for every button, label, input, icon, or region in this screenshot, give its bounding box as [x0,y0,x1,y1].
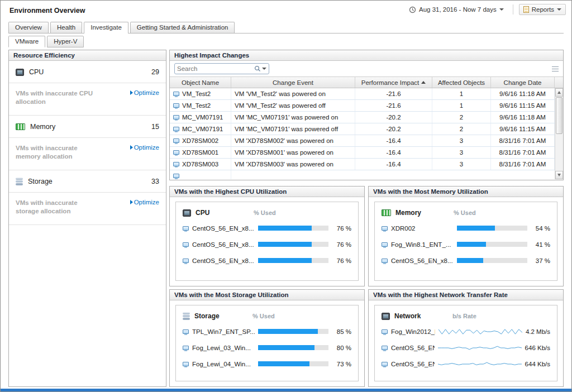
time-range-selector[interactable]: Aug 31, 2016 - Now 7 days [406,4,507,15]
search-options-chevron-icon[interactable] [262,68,266,70]
vm-name: Fog_Win2012_R2_... [391,328,435,335]
vm-utilization-row[interactable]: XDR002 54 % [382,220,550,236]
optimize-cpu-label: Optimize [134,89,159,96]
tab-overview[interactable]: Overview [8,22,49,33]
utilization-bar-fill [258,242,312,247]
table-row[interactable]: MC_VM07191 VM 'MC_VM07191' was powered o… [170,123,563,135]
vm-utilization-row[interactable]: CentOS_56_EN_x8... 76 % [183,220,351,236]
change-date: 8/31/16 7:01 AM [499,161,546,168]
memory-metric-row[interactable]: Memory 15 [9,116,166,138]
storage-utilization-title: VMs with the Most Storage Utilization [170,290,364,300]
performance-impact: -16.4 [386,137,401,144]
vm-utilization-row[interactable]: CentOS_56_EN_x8... 76 % [183,252,351,269]
vm-utilization-row[interactable]: Fog_Lewi_03_Win... 80 % [183,340,351,356]
performance-impact: -16.4 [386,149,401,156]
vm-icon [183,346,189,350]
percent-used-label: % Used [454,209,476,216]
performance-impact-cell: -16.4 [355,159,432,170]
vertical-scrollbar[interactable] [555,88,563,179]
table-row[interactable]: VM_Test2 VM 'VM_Test2' was powered off -… [170,100,563,112]
vm-icon [173,174,179,178]
vm-network-row[interactable]: Fog_Win2012_R2_... 4.2 Mb/s [382,323,550,340]
vm-network-row[interactable]: CentOS_56_EN_x8... 646 Kb/s [382,340,550,356]
column-header-change-event[interactable]: Change Event [231,77,355,88]
scrollbar-thumb[interactable] [556,97,563,134]
storage-allocation-note-row: VMs with inaccurate storage allocation O… [9,193,166,225]
vm-utilization-row[interactable]: TPL_Win7_ENT_SP... 85 % [183,323,351,340]
main-tab-bar: Overview Health Investigate Getting Star… [8,22,564,34]
utilization-bar-fill [258,361,309,366]
environment-overview-window: Environment Overview Aug 31, 2016 - Now … [0,0,572,392]
time-range-label: Aug 31, 2016 - Now 7 days [419,6,497,13]
affected-objects-cell: 3 [432,159,491,170]
table-row[interactable]: XD78SM002 VM 'XD78SM002' was powered on … [170,135,563,147]
reports-button[interactable]: Reports [519,4,566,15]
change-event: VM 'MC_VM07191' was powered off [235,126,338,132]
utilization-bar-fill [258,226,312,231]
table-row[interactable]: XD78SM001 VM 'XD78SM001' was powered on … [170,147,563,159]
network-sparkline [438,327,522,336]
tab-getting-started-administration[interactable]: Getting Started & Administration [130,22,235,33]
triangle-right-icon [130,200,133,204]
tab-investigate[interactable]: Investigate [84,22,128,34]
vm-utilization-row[interactable]: CentOS_56_EN_x8... 37 % [382,252,550,269]
storage-metric-row[interactable]: Storage 33 [9,170,166,193]
metric-label: Storage [194,312,248,320]
affected-objects: 3 [460,161,463,168]
optimize-cpu-link[interactable]: Optimize [130,89,159,96]
table-row-partial[interactable] [170,170,563,179]
transfer-rate-value: 644 Kb/s [525,361,550,367]
vm-icon [183,329,189,334]
vm-icon [183,362,189,366]
page-header: Environment Overview Aug 31, 2016 - Now … [1,1,571,20]
performance-impact-cell: -20.2 [355,112,432,123]
object-name: VM_Test2 [182,90,211,97]
vm-name: TPL_Win7_ENT_SP... [192,328,255,335]
subtab-hyperv[interactable]: Hyper-V [47,36,84,47]
search-input[interactable] [177,65,253,72]
performance-impact-cell: -21.6 [355,88,432,99]
optimize-storage-label: Optimize [134,199,159,205]
object-name: VM_Test2 [182,102,211,109]
utilization-bar-fill [457,226,495,231]
column-label: Object Name [182,79,219,86]
performance-impact-cell: -21.6 [355,100,432,111]
utilization-value: 76 % [337,257,351,264]
vm-icon [183,242,189,247]
vm-utilization-row[interactable]: CentOS_56_EN_x8... 76 % [183,236,351,252]
table-options-icon[interactable] [552,66,559,71]
utilization-value: 85 % [337,328,351,335]
search-icon[interactable] [254,65,261,72]
metric-label: CPU [196,209,249,217]
object-name-cell: MC_VM07191 [170,112,231,123]
arrow-up-icon [557,91,561,94]
vm-network-row[interactable]: CentOS_56_EN_x8... 644 Kb/s [382,356,550,372]
vm-utilization-row[interactable]: Fog_Lewi_04_Win... 73 % [183,356,351,372]
optimize-storage-link[interactable]: Optimize [130,199,159,205]
column-header-object-name[interactable]: Object Name [170,77,231,88]
performance-impact: -21.6 [386,102,401,109]
subtab-vmware[interactable]: VMware [8,36,45,47]
memory-utilization-title: VMs with the Most Memory Utilization [369,187,563,197]
table-row[interactable]: XD78SM003 VM 'XD78SM003' was powered on … [170,159,563,170]
tab-health[interactable]: Health [50,22,82,33]
table-row[interactable]: VM_Test2 VM 'VM_Test2' was powered on -2… [170,88,563,100]
performance-impact: -20.2 [386,126,401,132]
vm-icon [173,92,179,96]
change-date-cell: 9/6/16 11:18 AM [491,112,555,123]
optimize-memory-link[interactable]: Optimize [130,144,159,151]
column-header-affected-objects[interactable]: Affected Objects [432,77,491,88]
network-transfer-title: VMs with the Highest Network Transfer Ra… [369,290,563,300]
scroll-up-button[interactable] [555,88,563,97]
memory-list-header: Memory % Used [382,205,550,220]
table-row[interactable]: MC_VM07191 VM 'MC_VM07191' was powered o… [170,112,563,123]
cpu-icon [16,69,24,76]
change-event-cell: VM 'XD78SM002' was powered on [231,135,355,146]
column-header-performance-impact[interactable]: Performance Impact [355,77,432,88]
scroll-down-button[interactable] [555,171,563,179]
object-name-cell: XD78SM002 [170,135,231,146]
column-header-change-date[interactable]: Change Date [491,77,555,88]
cpu-metric-row[interactable]: CPU 29 [9,61,166,83]
vm-utilization-row[interactable]: Fog_Win8.1_ENT_... 41 % [382,236,550,252]
vm-name: CentOS_56_EN_x8... [192,257,255,264]
